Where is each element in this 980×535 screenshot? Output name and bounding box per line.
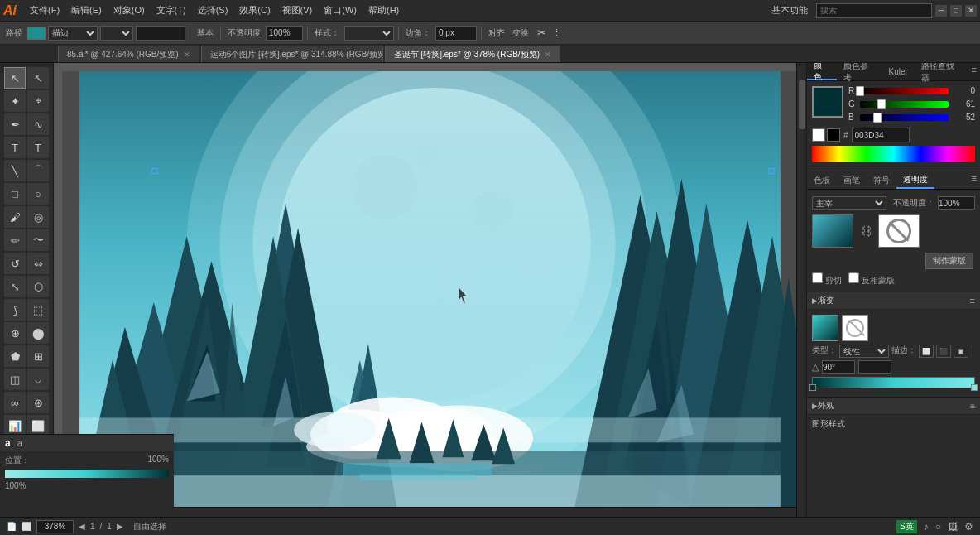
sub-panel-menu-icon[interactable]: ≡ — [968, 171, 980, 189]
main-color-swatch[interactable] — [812, 86, 843, 118]
gradient-location-input[interactable] — [858, 360, 891, 374]
menu-object[interactable]: 对象(O) — [108, 2, 150, 18]
perspective-tool[interactable]: ⬟ — [4, 345, 26, 367]
scissors-icon[interactable]: ✂ — [537, 27, 546, 39]
corner-input[interactable] — [435, 26, 477, 41]
workspace-selector[interactable]: 基本功能 — [766, 2, 813, 18]
gradient-color-swatch[interactable] — [812, 315, 838, 341]
gradient-stop-left[interactable] — [809, 384, 816, 391]
stroke-weight-input[interactable] — [136, 26, 185, 41]
paintbrush-tool[interactable]: 🖌 — [4, 206, 26, 228]
g-slider[interactable] — [860, 101, 949, 108]
black-swatch[interactable] — [827, 128, 840, 142]
type-tool[interactable]: T — [4, 137, 26, 158]
panel-tab-transparency[interactable]: 透明度 — [896, 171, 934, 189]
gradient-menu-icon[interactable]: ≡ — [970, 296, 975, 306]
stroke-select[interactable]: 描边 — [48, 26, 98, 41]
rect-tool[interactable]: □ — [4, 183, 26, 205]
direct-select-tool[interactable]: ↖ — [27, 67, 49, 89]
menu-text[interactable]: 文字(T) — [151, 2, 191, 18]
stroke-desc-btn1[interactable]: ⬜ — [919, 345, 934, 358]
page-info-next[interactable]: ▶ — [117, 522, 123, 531]
r-thumb[interactable] — [856, 86, 864, 96]
gradient-section-header[interactable]: ▶ 渐变 ≡ — [807, 292, 980, 310]
invert-label[interactable]: 反相蒙版 — [848, 272, 895, 287]
gradient-stop-right[interactable] — [971, 384, 978, 391]
eyedropper-tool[interactable]: ⌵ — [27, 369, 49, 390]
stroke-color-swatch[interactable] — [27, 27, 46, 40]
select-tool[interactable]: ↖ — [4, 67, 26, 89]
more-options-icon[interactable]: ⋮ — [552, 27, 561, 38]
panel-tab-swatches[interactable]: 色板 — [807, 171, 837, 189]
magic-wand-tool[interactable]: ✦ — [4, 90, 26, 112]
mask-thumbnail[interactable] — [878, 214, 920, 248]
menu-window[interactable]: 窗口(W) — [319, 2, 362, 18]
mesh-tool[interactable]: ⊞ — [27, 345, 49, 367]
make-mask-button[interactable]: 制作蒙版 — [925, 253, 973, 269]
menu-edit[interactable]: 编辑(E) — [66, 2, 107, 18]
page-info-prev[interactable]: ◀ — [79, 522, 85, 531]
close-button[interactable]: ✕ — [965, 5, 977, 17]
menu-view[interactable]: 视图(V) — [277, 2, 318, 18]
tab-3[interactable]: 圣诞节 [转换].eps* @ 378% (RGB/预览) ✕ — [385, 46, 560, 62]
appearance-expand-icon[interactable]: ▶ — [812, 402, 818, 410]
lasso-tool[interactable]: ⌖ — [27, 90, 49, 112]
stroke-desc-btn3[interactable]: ▣ — [954, 345, 968, 358]
gradient-expand-icon[interactable]: ▶ — [812, 296, 818, 305]
invert-checkbox[interactable] — [848, 272, 859, 283]
shear-tool[interactable]: ⬡ — [27, 276, 49, 297]
r-slider[interactable] — [860, 88, 949, 94]
hex-input[interactable] — [852, 128, 910, 142]
style-select[interactable] — [344, 26, 394, 41]
menu-file[interactable]: 文件(F) — [25, 2, 65, 18]
pen-tool[interactable]: ✒ — [4, 113, 26, 135]
ellipse-tool[interactable]: ○ — [27, 183, 49, 205]
line-tool[interactable]: ╲ — [4, 160, 26, 181]
gradient-type-select[interactable]: 线性 — [839, 345, 889, 358]
free-transform-tool[interactable]: ⬚ — [27, 299, 49, 321]
live-paint-tool[interactable]: ⬤ — [27, 322, 49, 344]
symbol-sprayer-tool[interactable]: ⊛ — [27, 392, 49, 413]
spectrum-bar[interactable] — [812, 146, 975, 162]
blob-brush-tool[interactable]: ◎ — [27, 206, 49, 228]
gradient-bar[interactable] — [812, 377, 975, 388]
content-thumbnail[interactable] — [812, 214, 853, 248]
panel-tab-symbols[interactable]: 符号 — [867, 171, 896, 189]
curvature-tool[interactable]: ∿ — [27, 113, 49, 135]
appearance-section-header[interactable]: ▶ 外观 ≡ — [807, 398, 980, 415]
menu-effect[interactable]: 效果(C) — [234, 2, 275, 18]
gradient-no-btn[interactable] — [842, 315, 868, 341]
minimize-button[interactable]: ─ — [935, 5, 947, 17]
tab-3-close[interactable]: ✕ — [545, 51, 551, 59]
smooth-tool[interactable]: 〜 — [27, 229, 49, 251]
blend-tool[interactable]: ∞ — [4, 392, 26, 413]
tab-1-close[interactable]: ✕ — [184, 51, 190, 59]
arc-tool[interactable]: ⌒ — [27, 160, 49, 181]
panel-tab-brushes[interactable]: 画笔 — [837, 171, 867, 189]
opacity-panel-input[interactable] — [938, 196, 975, 210]
opacity-input[interactable] — [266, 26, 303, 41]
warp-tool[interactable]: ⟆ — [4, 299, 26, 321]
rotate-tool[interactable]: ↺ — [4, 253, 26, 274]
tab-1[interactable]: 85.ai* @ 427.64% (RGB/预览) ✕ — [58, 46, 199, 62]
search-input[interactable] — [816, 3, 932, 18]
b-thumb[interactable] — [873, 113, 882, 123]
appearance-menu-icon[interactable]: ≡ — [970, 402, 975, 411]
g-thumb[interactable] — [877, 99, 886, 109]
gradient-tool[interactable]: ◫ — [4, 369, 26, 390]
reflect-tool[interactable]: ⇔ — [27, 253, 49, 274]
shape-builder-tool[interactable]: ⊕ — [4, 322, 26, 344]
type-vertical-tool[interactable]: T — [27, 137, 49, 158]
panel-menu-icon[interactable]: ≡ — [968, 63, 980, 80]
tab-2[interactable]: 运动6个图片 [转换].eps* @ 314.88% (RGB/预览) ✕ — [201, 46, 383, 62]
vertical-scrollbar[interactable] — [796, 63, 806, 517]
panel-tab-pathfinder[interactable]: 路径查找器 — [915, 63, 968, 80]
vertical-scrollbar-thumb[interactable] — [799, 80, 805, 129]
stroke-desc-btn2[interactable]: ⬛ — [936, 345, 951, 358]
panel-tab-kuler[interactable]: Kuler — [882, 63, 914, 80]
panel-tab-color-ref[interactable]: 颜色参考 — [837, 63, 882, 80]
white-swatch[interactable] — [812, 128, 825, 142]
clip-checkbox[interactable] — [812, 272, 823, 283]
maximize-button[interactable]: □ — [950, 5, 962, 17]
menu-select[interactable]: 选择(S) — [193, 2, 233, 18]
